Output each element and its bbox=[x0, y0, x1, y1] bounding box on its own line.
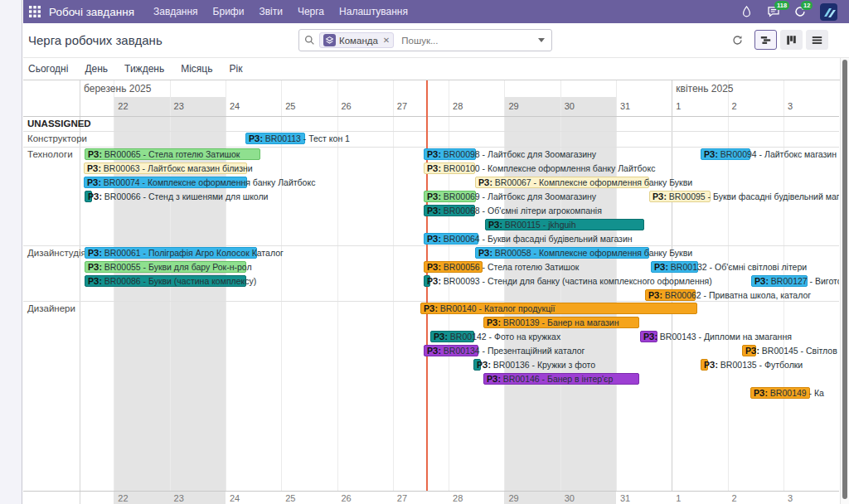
task-bar[interactable] bbox=[701, 148, 750, 160]
day-header-cell: 31 bbox=[620, 101, 630, 111]
day-footer-cell: 22 bbox=[118, 493, 128, 503]
row-separator bbox=[23, 147, 839, 148]
task-bar[interactable] bbox=[750, 387, 810, 399]
day-gridline bbox=[393, 80, 394, 491]
day-footer-cell: 1 bbox=[676, 493, 681, 503]
day-footer-cell: 30 bbox=[565, 493, 575, 503]
gantt-chart: березень 2025квітень 2025222223232424252… bbox=[0, 0, 839, 504]
day-gridline bbox=[337, 80, 338, 491]
task-bar[interactable] bbox=[424, 275, 430, 287]
task-bar[interactable] bbox=[649, 191, 711, 202]
task-bar[interactable] bbox=[742, 345, 756, 356]
row-label-конструктори: Конструктори bbox=[27, 133, 87, 143]
task-bar[interactable] bbox=[245, 133, 305, 144]
task-bar[interactable] bbox=[430, 331, 474, 342]
month-label: квітень 2025 bbox=[676, 83, 733, 94]
task-bar[interactable] bbox=[84, 177, 247, 188]
task-bar[interactable] bbox=[701, 359, 708, 371]
day-footer-cell: 29 bbox=[508, 493, 518, 503]
month-label: березень 2025 bbox=[84, 83, 151, 94]
task-bar[interactable] bbox=[475, 177, 649, 188]
day-footer-cell: 24 bbox=[230, 493, 240, 503]
row-label-unassigned: UNASSIGNED bbox=[27, 119, 91, 128]
task-bar[interactable] bbox=[85, 191, 92, 202]
scrollbar-thumb[interactable] bbox=[842, 60, 847, 499]
task-bar[interactable] bbox=[651, 261, 698, 273]
day-footer-cell: 26 bbox=[342, 493, 352, 503]
day-header-cell: 3 bbox=[788, 101, 793, 111]
day-gridline bbox=[672, 80, 672, 491]
row-separator bbox=[23, 301, 839, 302]
row-separator bbox=[23, 245, 839, 246]
row-separator bbox=[23, 131, 839, 132]
vertical-scrollbar[interactable] bbox=[840, 58, 849, 504]
task-bar[interactable] bbox=[485, 219, 644, 230]
task-bar[interactable] bbox=[424, 261, 483, 273]
task-bar[interactable] bbox=[424, 205, 475, 216]
task-bar[interactable] bbox=[424, 162, 475, 174]
row-label-дизайнстудія: Дизайнстудія bbox=[27, 248, 86, 258]
day-header-cell: 30 bbox=[565, 101, 575, 111]
task-bar[interactable] bbox=[85, 247, 257, 259]
day-footer-cell: 2 bbox=[732, 493, 737, 503]
label-column-border bbox=[80, 80, 80, 504]
day-gridline bbox=[449, 80, 449, 491]
day-gridline bbox=[616, 80, 617, 491]
day-header-cell: 29 bbox=[508, 101, 518, 111]
day-header-cell: 23 bbox=[174, 101, 184, 111]
task-bar[interactable] bbox=[424, 191, 476, 202]
task-bar[interactable] bbox=[483, 317, 639, 328]
day-footer-cell: 3 bbox=[788, 493, 793, 503]
day-header-cell: 22 bbox=[118, 101, 128, 111]
task-label: РЗ: BR00135 - Футболки bbox=[704, 359, 803, 371]
task-bar[interactable] bbox=[751, 275, 808, 287]
task-bar[interactable] bbox=[424, 345, 478, 356]
day-header-cell: 27 bbox=[397, 101, 407, 111]
task-bar[interactable] bbox=[420, 303, 697, 314]
task-bar[interactable] bbox=[84, 162, 247, 174]
day-header-cell: 2 bbox=[732, 101, 737, 111]
day-gridline bbox=[728, 80, 729, 491]
day-header-cell: 24 bbox=[230, 101, 240, 111]
task-bar[interactable] bbox=[475, 247, 649, 259]
day-footer-cell: 28 bbox=[453, 493, 463, 503]
day-footer-cell: 23 bbox=[174, 493, 184, 503]
task-bar[interactable] bbox=[424, 233, 478, 245]
task-bar[interactable] bbox=[473, 359, 481, 371]
app-window: Робочі завдання ЗавданняБрифиЗвітиЧергаН… bbox=[0, 0, 849, 504]
row-label-технологи: Технологи bbox=[27, 149, 73, 159]
row-label-дизайнери: Дизайнери bbox=[27, 303, 75, 313]
day-footer-cell: 31 bbox=[620, 493, 630, 503]
task-bar[interactable] bbox=[85, 148, 260, 160]
day-header-cell: 26 bbox=[342, 101, 352, 111]
day-footer-cell: 27 bbox=[397, 493, 407, 503]
day-gridline bbox=[560, 80, 561, 491]
task-bar[interactable] bbox=[424, 148, 476, 160]
task-bar[interactable] bbox=[640, 331, 657, 342]
task-label: РЗ: BR00145 - Світлов bbox=[745, 345, 837, 356]
day-footer-cell: 25 bbox=[285, 493, 295, 503]
task-bar[interactable] bbox=[85, 275, 246, 287]
task-bar[interactable] bbox=[483, 373, 639, 385]
day-header-cell: 25 bbox=[285, 101, 295, 111]
task-bar[interactable] bbox=[645, 289, 696, 301]
task-bar[interactable] bbox=[85, 261, 246, 273]
day-gridline bbox=[504, 80, 505, 491]
row-separator bbox=[23, 491, 839, 492]
task-label: РЗ: BR00143 - Дипломи на змагання bbox=[643, 331, 792, 342]
day-header-cell: 1 bbox=[676, 101, 681, 111]
day-header-cell: 28 bbox=[453, 101, 463, 111]
row-separator bbox=[23, 116, 839, 117]
